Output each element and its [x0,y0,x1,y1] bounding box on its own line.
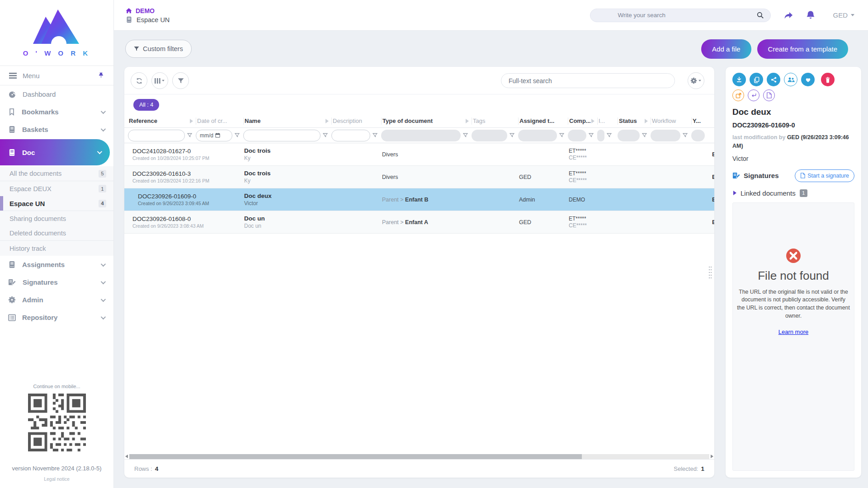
copy-button[interactable] [750,73,763,86]
column-header-status[interactable]: Status [618,117,651,125]
funnel-icon[interactable] [323,133,328,138]
edit-external-button[interactable] [732,89,744,101]
funnel-icon[interactable] [373,133,377,138]
column-header-date-of-creation[interactable]: Date of cr... [196,117,243,125]
sidebar-item-espace-un[interactable]: Espace UN 4 [0,196,113,211]
column-header-i[interactable]: I... [597,117,618,125]
sidebar-item-sharing-documents[interactable]: Sharing documents [0,211,113,226]
sidebar-item-espace-deux[interactable]: Espace DEUX 1 [0,181,113,196]
columns-button[interactable] [151,72,168,89]
funnel-icon[interactable] [235,133,240,138]
funnel-icon[interactable] [607,133,612,138]
document-subname: Ky [244,155,331,161]
document-properties-button[interactable] [763,89,775,101]
detail-last-modification: last modification by GED (9/26/2023 3:09… [732,133,854,150]
global-search-input[interactable] [618,12,757,19]
assign-users-button[interactable] [784,73,797,86]
start-signature-button[interactable]: Start a signature [795,169,854,182]
column-header-workflow[interactable]: Workflow [651,117,691,125]
scroll-left-arrow[interactable] [125,455,128,458]
horizontal-scrollbar[interactable] [125,454,713,459]
linked-documents-toggle[interactable]: Linked documents 1 [732,189,854,197]
file-not-found-body: The URL of the original file is not vali… [737,288,850,320]
table-row[interactable]: DOC230926-01610-3 Created on 10/28/2024 … [124,166,714,188]
hamburger-icon[interactable] [9,73,17,79]
reference-filter-input[interactable] [128,130,185,141]
fulltext-search-input[interactable] [509,77,667,84]
filter-button[interactable] [172,72,189,89]
share-button[interactable] [767,73,780,86]
column-header-name[interactable]: Name [243,117,331,125]
funnel-icon[interactable] [683,133,688,138]
scrollbar-thumb[interactable] [129,454,582,459]
document-type: Divers [382,174,398,180]
linked-documents-label: Linked documents [741,189,796,197]
scroll-right-arrow[interactable] [711,455,713,458]
users-icon [787,76,795,83]
column-header-type[interactable]: Type of document [381,117,472,125]
pin-sidebar-icon[interactable] [98,72,104,79]
table-row[interactable]: DOC241028-01627-0 Created on 10/28/2024 … [124,143,714,166]
sidebar-item-doc[interactable]: Doc [0,139,110,165]
document-assigned: GED [518,219,568,225]
chevron-down-icon [97,149,102,154]
table-settings-button[interactable] [688,72,704,89]
user-menu[interactable]: GED [833,11,854,19]
sidebar-item-assignments[interactable]: Assignments [0,256,113,273]
column-header-assigned-to[interactable]: Assigned t... [518,117,568,125]
caret-down-icon [162,80,165,82]
download-button[interactable] [732,73,746,86]
funnel-icon[interactable] [559,133,564,138]
date-filter-input[interactable]: mm/d [196,130,232,141]
sidebar-item-baskets[interactable]: Baskets [0,121,113,138]
breadcrumb-space[interactable]: Espace UN [126,16,170,23]
description-filter-input[interactable] [331,130,370,141]
scrollbar-track[interactable] [129,454,709,459]
sidebar-item-deleted-documents[interactable]: Deleted documents [0,226,113,241]
column-header-reference[interactable]: Reference [128,117,196,125]
column-header-company[interactable]: Comp... [568,117,597,125]
learn-more-link[interactable]: Learn more [778,328,808,335]
funnel-icon[interactable] [642,133,647,138]
all-documents-chip[interactable]: All : 4 [133,99,159,111]
column-header-description[interactable]: Description [331,117,381,125]
refresh-button[interactable] [131,72,147,89]
sidebar-item-label: Bookmarks [22,108,59,116]
table-row[interactable]: DOC230926-01608-0 Created on 9/26/2023 3… [124,211,714,234]
custom-filters-button[interactable]: Custom filters [125,40,192,58]
qr-code [28,394,86,451]
sidebar-item-label: Admin [22,296,43,304]
breadcrumb-home[interactable]: DEMO [126,7,170,14]
funnel-icon [134,47,139,51]
delete-button[interactable] [821,73,835,86]
funnel-icon[interactable] [187,133,192,138]
count-badge: 5 [99,170,106,178]
sidebar-item-bookmarks[interactable]: Bookmarks [0,103,113,121]
bell-icon[interactable] [806,10,815,20]
name-filter-input[interactable] [243,130,321,141]
share-arrow-icon[interactable] [783,10,794,20]
detail-actions-row1 [732,73,854,86]
funnel-icon[interactable] [589,133,594,138]
detail-author: Victor [732,155,854,162]
legal-notice-link[interactable]: Legal notice [44,476,70,482]
sidebar-item-all-documents[interactable]: All the documents 5 [0,166,113,181]
sidebar-nav: Dashboard Bookmarks Baskets Doc [0,85,113,326]
favorite-button[interactable] [801,73,815,86]
panel-resize-handle[interactable] [708,266,712,279]
return-button[interactable] [748,89,760,101]
sidebar-item-signatures[interactable]: Signatures [0,273,113,291]
sidebar-item-dashboard[interactable]: Dashboard [0,85,113,103]
funnel-icon[interactable] [463,133,468,138]
column-header-y[interactable]: Y... [691,117,714,125]
add-file-button[interactable]: Add a file [701,39,751,59]
sidebar-item-admin[interactable]: Admin [0,291,113,309]
assigned-filter-disabled [518,130,557,141]
table-row-selected[interactable]: w DOC230926-01609-0 Created on 9/26/2023… [124,188,714,211]
funnel-icon[interactable] [509,133,514,138]
column-header-tags[interactable]: Tags [472,117,518,125]
sidebar-item-history-track[interactable]: History track [0,241,113,256]
search-icon[interactable] [757,12,764,19]
create-from-template-button[interactable]: Create from a template [757,39,848,59]
sidebar-item-repository[interactable]: Repository [0,309,113,326]
